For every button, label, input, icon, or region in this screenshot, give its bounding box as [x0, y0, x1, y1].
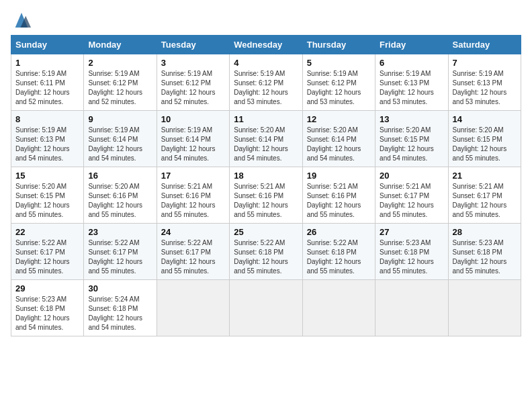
- calendar-cell: 1Sunrise: 5:19 AM Sunset: 6:11 PM Daylig…: [11, 54, 84, 111]
- day-info: Sunrise: 5:22 AM Sunset: 6:17 PM Dayligh…: [15, 238, 79, 276]
- day-info: Sunrise: 5:20 AM Sunset: 6:15 PM Dayligh…: [15, 182, 79, 220]
- page-header: [11, 11, 521, 30]
- day-info: Sunrise: 5:19 AM Sunset: 6:13 PM Dayligh…: [380, 69, 443, 107]
- calendar-week-row: 29Sunrise: 5:23 AM Sunset: 6:18 PM Dayli…: [11, 280, 521, 336]
- day-number: 16: [88, 171, 152, 181]
- weekday-header-row: SundayMondayTuesdayWednesdayThursdayFrid…: [11, 36, 521, 54]
- day-number: 4: [234, 58, 298, 68]
- calendar-cell: 20Sunrise: 5:21 AM Sunset: 6:17 PM Dayli…: [375, 167, 448, 224]
- day-info: Sunrise: 5:21 AM Sunset: 6:16 PM Dayligh…: [307, 182, 371, 220]
- day-info: Sunrise: 5:19 AM Sunset: 6:12 PM Dayligh…: [88, 69, 152, 107]
- day-info: Sunrise: 5:22 AM Sunset: 6:17 PM Dayligh…: [161, 238, 225, 276]
- calendar-cell: 22Sunrise: 5:22 AM Sunset: 6:17 PM Dayli…: [11, 224, 84, 280]
- day-info: Sunrise: 5:20 AM Sunset: 6:14 PM Dayligh…: [234, 126, 298, 163]
- day-info: Sunrise: 5:19 AM Sunset: 6:14 PM Dayligh…: [161, 126, 225, 163]
- day-number: 29: [15, 283, 79, 293]
- day-info: Sunrise: 5:23 AM Sunset: 6:18 PM Dayligh…: [15, 295, 79, 332]
- calendar-week-row: 22Sunrise: 5:22 AM Sunset: 6:17 PM Dayli…: [11, 224, 521, 280]
- day-number: 23: [88, 227, 152, 237]
- day-number: 22: [15, 227, 79, 237]
- day-info: Sunrise: 5:21 AM Sunset: 6:16 PM Dayligh…: [234, 182, 298, 220]
- calendar-body: 1Sunrise: 5:19 AM Sunset: 6:11 PM Daylig…: [11, 54, 521, 336]
- day-number: 5: [307, 58, 371, 68]
- calendar-cell: 11Sunrise: 5:20 AM Sunset: 6:14 PM Dayli…: [230, 111, 302, 167]
- weekday-header-saturday: Saturday: [448, 36, 521, 54]
- day-number: 12: [307, 114, 371, 124]
- weekday-header-sunday: Sunday: [11, 36, 84, 54]
- day-info: Sunrise: 5:20 AM Sunset: 6:15 PM Dayligh…: [380, 126, 443, 163]
- calendar-cell: [230, 280, 302, 336]
- calendar-cell: [448, 280, 521, 336]
- weekday-header-thursday: Thursday: [302, 36, 375, 54]
- day-number: 11: [234, 114, 298, 124]
- calendar-cell: 30Sunrise: 5:24 AM Sunset: 6:18 PM Dayli…: [84, 280, 157, 336]
- day-info: Sunrise: 5:22 AM Sunset: 6:17 PM Dayligh…: [88, 238, 152, 276]
- day-info: Sunrise: 5:21 AM Sunset: 6:17 PM Dayligh…: [380, 182, 443, 220]
- calendar-table: SundayMondayTuesdayWednesdayThursdayFrid…: [11, 35, 521, 336]
- calendar-week-row: 1Sunrise: 5:19 AM Sunset: 6:11 PM Daylig…: [11, 54, 521, 111]
- calendar-cell: 10Sunrise: 5:19 AM Sunset: 6:14 PM Dayli…: [157, 111, 229, 167]
- calendar-cell: 5Sunrise: 5:19 AM Sunset: 6:12 PM Daylig…: [302, 54, 375, 111]
- day-info: Sunrise: 5:19 AM Sunset: 6:12 PM Dayligh…: [234, 69, 298, 107]
- calendar-cell: 24Sunrise: 5:22 AM Sunset: 6:17 PM Dayli…: [157, 224, 229, 280]
- day-number: 18: [234, 171, 298, 181]
- day-info: Sunrise: 5:20 AM Sunset: 6:16 PM Dayligh…: [88, 182, 152, 220]
- day-info: Sunrise: 5:22 AM Sunset: 6:18 PM Dayligh…: [234, 238, 298, 276]
- day-number: 8: [15, 114, 79, 124]
- day-number: 14: [453, 114, 517, 124]
- calendar-cell: 19Sunrise: 5:21 AM Sunset: 6:16 PM Dayli…: [302, 167, 375, 224]
- day-info: Sunrise: 5:19 AM Sunset: 6:13 PM Dayligh…: [15, 126, 79, 163]
- day-info: Sunrise: 5:24 AM Sunset: 6:18 PM Dayligh…: [88, 295, 152, 332]
- calendar-cell: 28Sunrise: 5:23 AM Sunset: 6:18 PM Dayli…: [448, 224, 521, 280]
- day-number: 28: [453, 227, 517, 237]
- day-info: Sunrise: 5:20 AM Sunset: 6:15 PM Dayligh…: [453, 126, 517, 163]
- calendar-cell: 29Sunrise: 5:23 AM Sunset: 6:18 PM Dayli…: [11, 280, 84, 336]
- calendar-cell: 27Sunrise: 5:23 AM Sunset: 6:18 PM Dayli…: [375, 224, 448, 280]
- day-number: 26: [307, 227, 371, 237]
- day-info: Sunrise: 5:19 AM Sunset: 6:14 PM Dayligh…: [88, 126, 152, 163]
- calendar-cell: 4Sunrise: 5:19 AM Sunset: 6:12 PM Daylig…: [230, 54, 302, 111]
- calendar-cell: 25Sunrise: 5:22 AM Sunset: 6:18 PM Dayli…: [230, 224, 302, 280]
- calendar-cell: 7Sunrise: 5:19 AM Sunset: 6:13 PM Daylig…: [448, 54, 521, 111]
- day-number: 1: [15, 58, 79, 68]
- day-number: 6: [380, 58, 443, 68]
- day-number: 21: [453, 171, 517, 181]
- day-number: 7: [453, 58, 517, 68]
- day-number: 17: [161, 171, 225, 181]
- calendar-cell: [302, 280, 375, 336]
- day-info: Sunrise: 5:21 AM Sunset: 6:16 PM Dayligh…: [161, 182, 225, 220]
- calendar-cell: 8Sunrise: 5:19 AM Sunset: 6:13 PM Daylig…: [11, 111, 84, 167]
- calendar-cell: 6Sunrise: 5:19 AM Sunset: 6:13 PM Daylig…: [375, 54, 448, 111]
- calendar-cell: 3Sunrise: 5:19 AM Sunset: 6:12 PM Daylig…: [157, 54, 229, 111]
- day-info: Sunrise: 5:19 AM Sunset: 6:13 PM Dayligh…: [453, 69, 517, 107]
- weekday-header-wednesday: Wednesday: [230, 36, 302, 54]
- day-info: Sunrise: 5:19 AM Sunset: 6:12 PM Dayligh…: [161, 69, 225, 107]
- day-number: 9: [88, 114, 152, 124]
- calendar-cell: 9Sunrise: 5:19 AM Sunset: 6:14 PM Daylig…: [84, 111, 157, 167]
- day-info: Sunrise: 5:19 AM Sunset: 6:12 PM Dayligh…: [307, 69, 371, 107]
- day-info: Sunrise: 5:21 AM Sunset: 6:17 PM Dayligh…: [453, 182, 517, 220]
- calendar-cell: [375, 280, 448, 336]
- calendar-cell: 12Sunrise: 5:20 AM Sunset: 6:14 PM Dayli…: [302, 111, 375, 167]
- calendar-cell: 21Sunrise: 5:21 AM Sunset: 6:17 PM Dayli…: [448, 167, 521, 224]
- calendar-header: SundayMondayTuesdayWednesdayThursdayFrid…: [11, 36, 521, 54]
- day-number: 25: [234, 227, 298, 237]
- weekday-header-tuesday: Tuesday: [157, 36, 229, 54]
- day-number: 3: [161, 58, 225, 68]
- calendar-cell: 2Sunrise: 5:19 AM Sunset: 6:12 PM Daylig…: [84, 54, 157, 111]
- day-number: 15: [15, 171, 79, 181]
- day-number: 13: [380, 114, 443, 124]
- weekday-header-friday: Friday: [375, 36, 448, 54]
- weekday-header-monday: Monday: [84, 36, 157, 54]
- day-number: 2: [88, 58, 152, 68]
- calendar-cell: 18Sunrise: 5:21 AM Sunset: 6:16 PM Dayli…: [230, 167, 302, 224]
- logo-icon: [11, 11, 32, 30]
- day-number: 20: [380, 171, 443, 181]
- calendar-cell: 17Sunrise: 5:21 AM Sunset: 6:16 PM Dayli…: [157, 167, 229, 224]
- calendar-week-row: 8Sunrise: 5:19 AM Sunset: 6:13 PM Daylig…: [11, 111, 521, 167]
- day-info: Sunrise: 5:19 AM Sunset: 6:11 PM Dayligh…: [15, 69, 79, 107]
- day-number: 19: [307, 171, 371, 181]
- day-info: Sunrise: 5:22 AM Sunset: 6:18 PM Dayligh…: [307, 238, 371, 276]
- day-number: 10: [161, 114, 225, 124]
- calendar-cell: [157, 280, 229, 336]
